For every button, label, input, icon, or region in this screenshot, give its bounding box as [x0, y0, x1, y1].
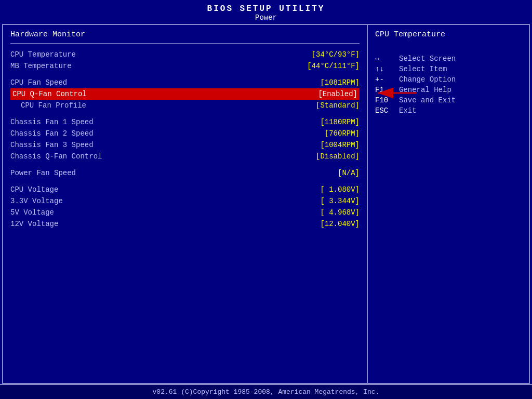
left-panel: Hardware Monitor CPU Temperature[34°C/93… — [3, 25, 368, 383]
menu-rows: CPU Temperature[34°C/93°F]MB Temperature… — [10, 49, 360, 230]
menu-row: Power Fan Speed[N/A] — [10, 167, 360, 179]
row-value: [44°C/111°F] — [307, 62, 360, 70]
menu-spacer — [10, 111, 360, 116]
help-row: F10Save and Exit — [375, 96, 522, 104]
sub-title: Power — [0, 14, 532, 22]
help-key: F1 — [375, 86, 394, 94]
menu-row: CPU Temperature[34°C/93°F] — [10, 49, 360, 60]
help-desc: General Help — [399, 86, 451, 94]
row-value: [1081RPM] — [320, 78, 360, 87]
help-row: ESCExit — [375, 107, 522, 115]
help-key: ↔ — [375, 55, 394, 63]
menu-spacer — [10, 72, 360, 77]
right-panel-title: CPU Temperature — [375, 30, 522, 39]
row-label: Chassis Fan 1 Speed — [10, 118, 94, 126]
row-label: Chassis Q-Fan Control — [10, 152, 102, 161]
row-label: Chassis Fan 3 Speed — [10, 141, 94, 149]
row-label: 12V Voltage — [10, 220, 58, 228]
help-desc: Select Screen — [399, 55, 456, 63]
menu-row: CPU Fan Profile[Standard] — [10, 100, 360, 111]
row-label: MB Temperature — [10, 62, 72, 70]
help-row: ↑↓Select Item — [375, 65, 522, 73]
row-label: Power Fan Speed — [10, 169, 76, 177]
menu-row: 3.3V Voltage[ 3.344V] — [10, 195, 360, 207]
row-value: [ 3.344V] — [320, 197, 360, 205]
menu-row[interactable]: CPU Q-Fan Control[Enabled] — [10, 88, 360, 100]
main-title: BIOS SETUP UTILITY — [0, 4, 532, 14]
menu-row: Chassis Q-Fan Control[Disabled] — [10, 151, 360, 162]
row-label: 5V Voltage — [10, 208, 54, 217]
row-value: [Standard] — [316, 101, 360, 110]
menu-row: MB Temperature[44°C/111°F] — [10, 60, 360, 72]
row-value: [1004RPM] — [320, 141, 360, 149]
row-value: [ 4.968V] — [320, 208, 360, 217]
row-value: [1180RPM] — [320, 118, 360, 126]
row-value: [760RPM] — [325, 129, 360, 138]
row-label: CPU Q-Fan Control — [12, 90, 87, 98]
help-row: ↔Select Screen — [375, 55, 522, 63]
menu-row: 12V Voltage[12.040V] — [10, 218, 360, 230]
help-key: F10 — [375, 96, 394, 104]
help-row: F1General Help — [375, 86, 522, 94]
menu-row: CPU Fan Speed[1081RPM] — [10, 77, 360, 88]
help-desc: Exit — [399, 107, 417, 115]
help-desc: Save and Exit — [399, 96, 456, 104]
row-label: CPU Temperature — [10, 50, 76, 59]
help-key: ↑↓ — [375, 65, 394, 73]
row-value: [Enabled] — [318, 90, 357, 98]
row-value: [N/A] — [338, 169, 360, 177]
menu-spacer — [10, 179, 360, 184]
help-key: +- — [375, 75, 394, 84]
row-value: [Disabled] — [316, 152, 360, 161]
row-value: [12.040V] — [320, 220, 360, 228]
help-row: +-Change Option — [375, 75, 522, 84]
footer-text: v02.61 (C)Copyright 1985-2008, American … — [153, 388, 380, 396]
menu-row: Chassis Fan 2 Speed[760RPM] — [10, 128, 360, 139]
row-label: CPU Voltage — [10, 185, 58, 194]
menu-row: Chassis Fan 1 Speed[1180RPM] — [10, 116, 360, 128]
content-area: Hardware Monitor CPU Temperature[34°C/93… — [2, 24, 530, 384]
row-label: CPU Fan Profile — [10, 101, 86, 110]
help-key: ESC — [375, 107, 394, 115]
footer: v02.61 (C)Copyright 1985-2008, American … — [0, 384, 532, 399]
help-desc: Change Option — [399, 75, 456, 84]
left-panel-title: Hardware Monitor — [10, 30, 360, 39]
menu-row: Chassis Fan 3 Speed[1004RPM] — [10, 139, 360, 151]
menu-spacer — [10, 162, 360, 167]
row-value: [ 1.080V] — [320, 185, 360, 194]
row-label: Chassis Fan 2 Speed — [10, 129, 94, 138]
row-label: 3.3V Voltage — [10, 197, 63, 205]
row-label: CPU Fan Speed — [10, 78, 67, 87]
bios-setup-app: BIOS SETUP UTILITY Power Hardware Monito… — [0, 0, 532, 399]
menu-row: 5V Voltage[ 4.968V] — [10, 207, 360, 218]
help-desc: Select Item — [399, 65, 447, 73]
panel-divider — [10, 43, 360, 44]
right-panel: CPU Temperature ↔Select Screen↑↓Select I… — [368, 25, 529, 383]
row-value: [34°C/93°F] — [312, 50, 360, 59]
help-section: ↔Select Screen↑↓Select Item+-Change Opti… — [375, 55, 522, 115]
title-bar: BIOS SETUP UTILITY Power — [0, 0, 532, 24]
menu-row: CPU Voltage[ 1.080V] — [10, 184, 360, 195]
